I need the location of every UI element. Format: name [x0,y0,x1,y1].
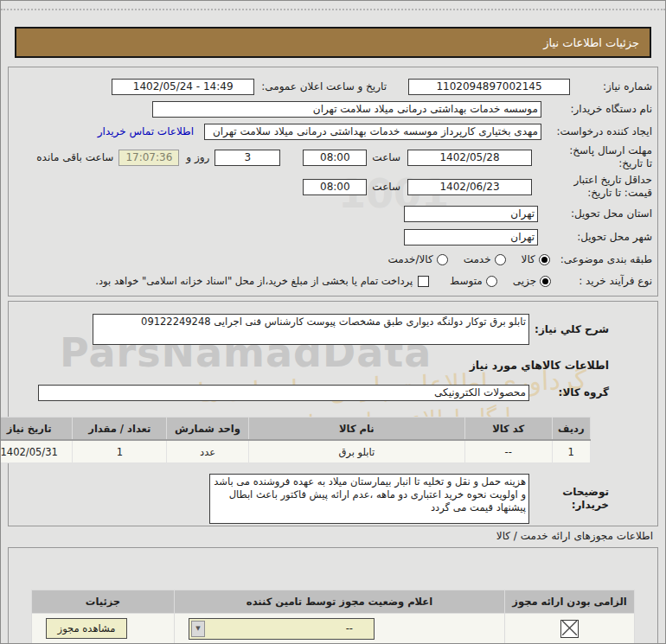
goods-section-heading: اطلاعات کالاهاي مورد نیاز [16,359,609,372]
goods-row-unit: عدد [167,440,249,463]
buyer-org-label: نام دستگاه خریدار: [541,103,652,116]
days-and-label: روز و [186,151,209,164]
goods-table: ردیف کد کالا نام کالا واحد شمارش تعداد /… [0,417,591,463]
goods-col-name: نام کالا [248,418,464,441]
hours-remaining-label: ساعت باقی مانده [36,151,113,164]
buyer-notes-label: توضیحات خریدار: [529,486,609,512]
radio-minor[interactable] [540,276,551,287]
treasury-payment-label: پرداخت تمام یا بخشی از مبلغ خرید،از محل … [95,275,413,287]
permits-section-heading: اطلاعات مجوزهای ارائه خدمت / کالا [496,530,653,542]
need-desc-textarea[interactable]: تابلو برق توکار دولنگه دیواری طبق مشخصات… [93,314,529,345]
radio-goods-service-label: کالا/خدمت [387,253,432,266]
radio-service-label: خدمت [464,253,491,266]
price-validity-row: حداقل تاریخ اعتبار قیمت: تا تاریخ: 1402/… [14,172,652,201]
need-info-panel: شماره نیاز: 1102094897002145 تاریخ و ساع… [8,67,658,296]
goods-row-need-date: 1402/05/31 [0,440,73,463]
countdown-timer: 17:07:36 [118,150,179,166]
section-title-bar: جزئیات اطلاعات نیاز [15,27,651,58]
process-type-row: نوع فرآیند خرید : جزیی متوسط پرداخت تمام… [14,271,652,292]
view-permit-button[interactable]: مشاهده مجوز [46,618,127,639]
reply-deadline-time-field[interactable]: 08:00 [303,150,367,166]
radio-medium-label: متوسط [450,275,483,288]
delivery-city-field[interactable]: تهران [404,229,538,245]
reply-deadline-hour-label: ساعت [372,151,400,164]
permit-status-value: -- [205,622,370,634]
goods-row-name: تابلو برق [248,440,464,463]
buyer-contact-link[interactable]: اطلاعات تماس خریدار [98,125,194,137]
delivery-province-row: استان محل تحویل: تهران [14,201,652,226]
goods-col-qty: تعداد / مقدار [73,418,167,441]
permit-status-cell-inner: ▼ -- [176,618,503,640]
goods-row-qty: 1 [73,440,167,463]
top-dotted-divider [1,9,665,10]
delivery-province-label: استان محل تحویل: [560,207,652,220]
delivery-city-row: شهر محل تحویل: تهران [14,226,652,249]
request-creator-field[interactable]: مهدی بختیاری کارپرداز موسسه خدمات بهداشت… [204,124,541,140]
goods-col-code: کد کالا [464,418,552,441]
reply-deadline-date-field[interactable]: 1402/05/28 [407,150,532,166]
permits-panel: الزامی بودن ارائه مجوز اعلام وضعیت مجوز … [8,547,658,644]
permits-details-cell: مشاهده مجوز [32,614,175,644]
goods-col-row-number: ردیف [552,418,590,441]
buyer-notes-textarea[interactable]: هزینه حمل و نقل و تخلیه تا انبار بیمارست… [209,474,529,524]
goods-group-field[interactable]: محصولات الکترونیکی [38,385,529,401]
goods-info-panel: شرح کلي نیاز: تابلو برق توکار دولنگه دیو… [8,301,658,526]
goods-col-need-date: تاریخ نیاز [0,418,73,441]
delivery-city-label: شهر محل تحویل: [560,231,652,244]
permits-col-details: جزئیات [32,590,175,614]
need-number-field[interactable]: 1102094897002145 [408,79,570,95]
page-title: جزئیات اطلاعات نیاز [543,36,639,49]
classification-row: طبقه بندی موضوعی: کالا خدمت کالا/خدمت [14,249,652,271]
permits-required-cell [505,614,635,644]
radio-service[interactable] [495,254,506,265]
request-creator-label: ایجاد کننده درخواست: [541,125,652,138]
buyer-org-row: نام دستگاه خریدار: موسسه خدمات بهداشتی د… [14,98,652,120]
goods-row-number: 1 [552,440,590,463]
reply-deadline-row: مهلت ارسال پاسخ: تا تاریخ: 1402/05/28 سا… [14,143,652,172]
announce-datetime-label: تاریخ و ساعت اعلان عمومی: [261,80,387,93]
radio-goods-service[interactable] [437,254,448,265]
price-validity-time-field[interactable]: 08:00 [303,179,367,195]
treasury-payment-checkbox[interactable] [418,276,429,287]
permits-table: الزامی بودن ارائه مجوز اعلام وضعیت مجوز … [31,590,635,644]
buyer-org-field[interactable]: موسسه خدمات بهداشتی درمانی میلاد سلامت ت… [152,101,541,118]
need-number-row: شماره نیاز: 1102094897002145 تاریخ و ساع… [14,76,652,98]
goods-group-label: گروه کالا: [529,386,609,399]
need-desc-label: شرح کلي نیاز: [529,323,609,336]
required-checked-x-icon[interactable] [560,620,579,638]
need-desc-row: شرح کلي نیاز: تابلو برق توکار دولنگه دیو… [16,310,609,348]
delivery-province-field[interactable]: تهران [404,206,538,222]
process-type-label: نوع فرآیند خرید : [579,275,652,288]
permits-data-row: ▼ -- مشاهده مجوز [32,614,635,644]
goods-col-unit: واحد شمارش [167,418,249,441]
price-validity-hour-label: ساعت [372,181,400,194]
radio-goods-label: کالا [522,253,535,266]
reply-deadline-label: مهلت ارسال پاسخ: تا تاریخ: [560,144,652,170]
permits-header-row: الزامی بودن ارائه مجوز اعلام وضعیت مجوز … [32,590,635,614]
radio-goods[interactable] [539,254,550,265]
page: 1001 ParsNamadData گردآوری اطلاعات پارس … [0,0,666,644]
announce-datetime-field[interactable]: 1402/05/24 - 14:49 [112,79,254,95]
buyer-notes-row: توضیحات خریدار: هزینه حمل و نقل و تخلیه … [16,469,609,529]
need-number-label: شماره نیاز: [570,80,652,93]
permits-col-required: الزامی بودن ارائه مجوز [505,590,635,614]
goods-table-header-row: ردیف کد کالا نام کالا واحد شمارش تعداد /… [0,418,591,441]
goods-row-code: -- [464,440,552,463]
dropdown-arrow-icon[interactable]: ▼ [191,621,205,637]
radio-minor-label: جزیی [513,275,536,288]
permit-status-select[interactable]: ▼ -- [189,618,375,640]
request-creator-row: ایجاد کننده درخواست: مهدی بختیاری کارپرد… [14,120,652,143]
permits-col-status: اعلام وضعیت مجوز توسط تامین کننده [175,590,505,614]
goods-table-row: 1 -- تابلو برق عدد 1 1402/05/31 [0,440,591,463]
classification-label: طبقه بندی موضوعی: [560,253,652,266]
radio-medium[interactable] [486,276,497,287]
permit-details-cell-inner: مشاهده مجوز [34,618,172,639]
remaining-days-field[interactable]: 3 [215,150,280,166]
price-validity-label: حداقل تاریخ اعتبار قیمت: تا تاریخ: [548,174,652,200]
price-validity-date-field[interactable]: 1402/06/23 [407,179,532,195]
permits-status-cell: ▼ -- [175,614,505,644]
goods-group-row: گروه کالا: محصولات الکترونیکی [16,382,609,403]
